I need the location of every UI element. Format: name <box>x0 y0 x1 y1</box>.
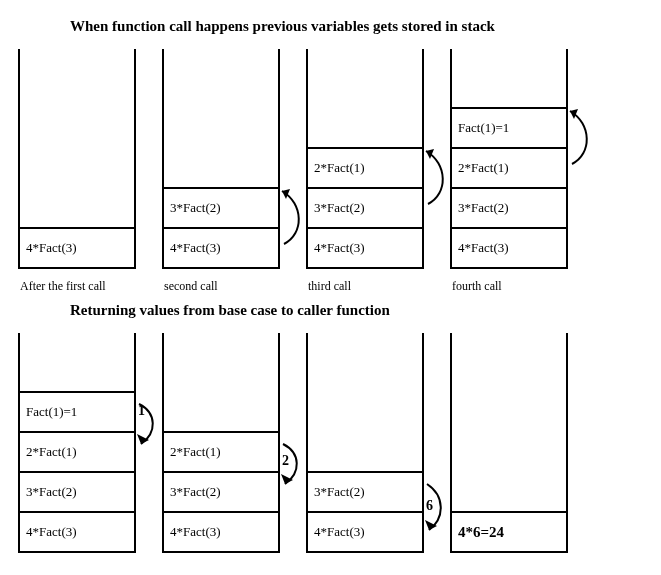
stack-frame: 4*Fact(3) <box>20 511 134 551</box>
caption-3: third call <box>308 279 351 294</box>
stack-frame: 4*Fact(3) <box>308 227 422 267</box>
pop-title: Returning values from base case to calle… <box>70 302 651 319</box>
stack-frame: 2*Fact(1) <box>308 147 422 187</box>
stack-frame: 3*Fact(2) <box>164 471 278 511</box>
stack-frame: 2*Fact(1) <box>452 147 566 187</box>
stack-2: 3*Fact(2) 4*Fact(3) <box>162 49 280 269</box>
stack-frame: 3*Fact(2) <box>164 187 278 227</box>
stack-4: Fact(1)=1 2*Fact(1) 3*Fact(2) 4*Fact(3) <box>450 49 568 269</box>
pop-stack-4: 4*6=24 <box>450 333 568 553</box>
stack-col-1: 4*Fact(3) After the first call <box>18 49 136 294</box>
push-arrow-icon <box>562 99 602 179</box>
pop-stack-2: 2*Fact(1) 3*Fact(2) 4*Fact(3) <box>162 333 280 553</box>
push-row: 4*Fact(3) After the first call 3*Fact(2)… <box>18 49 651 294</box>
stack-col-4: Fact(1)=1 2*Fact(1) 3*Fact(2) 4*Fact(3) … <box>450 49 568 294</box>
pop-stack-1: Fact(1)=1 2*Fact(1) 3*Fact(2) 4*Fact(3) <box>18 333 136 553</box>
stack-frame: 4*Fact(3) <box>308 511 422 551</box>
stack-frame: Fact(1)=1 <box>20 391 134 431</box>
stack-frame: 4*Fact(3) <box>20 227 134 267</box>
result-frame: 4*6=24 <box>452 511 566 551</box>
stack-frame: 2*Fact(1) <box>20 431 134 471</box>
stack-frame: Fact(1)=1 <box>452 107 566 147</box>
stack-col-2: 3*Fact(2) 4*Fact(3) second call <box>162 49 280 294</box>
stack-1: 4*Fact(3) <box>18 49 136 269</box>
stack-frame: 4*Fact(3) <box>164 227 278 267</box>
pop-col-2: 2*Fact(1) 3*Fact(2) 4*Fact(3) 2 <box>162 333 280 553</box>
pop-stack-3: 3*Fact(2) 4*Fact(3) <box>306 333 424 553</box>
stack-frame: 3*Fact(2) <box>308 471 422 511</box>
pop-col-3: 3*Fact(2) 4*Fact(3) 6 <box>306 333 424 553</box>
caption-1: After the first call <box>20 279 106 294</box>
return-value-2: 2 <box>282 453 289 469</box>
stack-3: 2*Fact(1) 3*Fact(2) 4*Fact(3) <box>306 49 424 269</box>
pop-col-4: 4*6=24 <box>450 333 568 553</box>
caption-2: second call <box>164 279 218 294</box>
push-title: When function call happens previous vari… <box>70 18 651 35</box>
stack-frame: 3*Fact(2) <box>308 187 422 227</box>
stack-frame: 3*Fact(2) <box>20 471 134 511</box>
return-value-6: 6 <box>426 498 433 514</box>
pop-col-1: Fact(1)=1 2*Fact(1) 3*Fact(2) 4*Fact(3) … <box>18 333 136 553</box>
stack-frame: 4*Fact(3) <box>164 511 278 551</box>
return-value-1: 1 <box>138 403 145 419</box>
stack-frame: 3*Fact(2) <box>452 187 566 227</box>
pop-row: Fact(1)=1 2*Fact(1) 3*Fact(2) 4*Fact(3) … <box>18 333 651 553</box>
stack-frame: 2*Fact(1) <box>164 431 278 471</box>
stack-col-3: 2*Fact(1) 3*Fact(2) 4*Fact(3) third call <box>306 49 424 294</box>
caption-4: fourth call <box>452 279 502 294</box>
stack-frame: 4*Fact(3) <box>452 227 566 267</box>
